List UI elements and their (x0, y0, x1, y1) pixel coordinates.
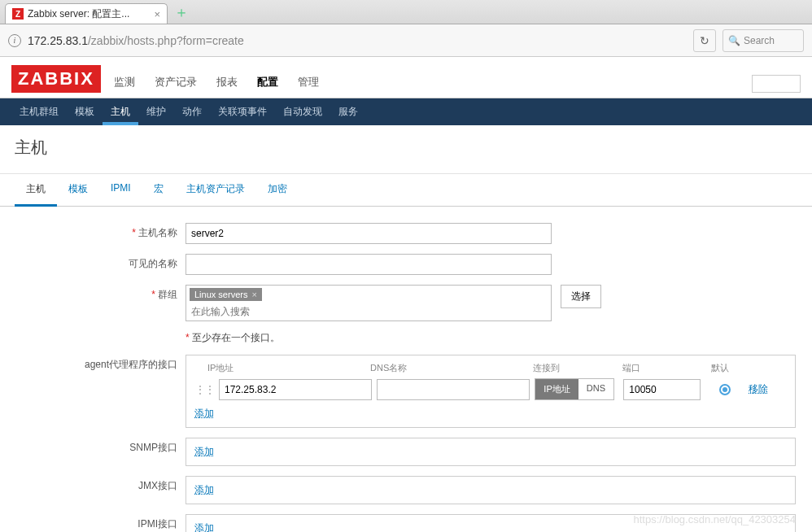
visiblename-label: 可见的名称 (15, 254, 186, 275)
sub-nav: 主机群组 模板 主机 维护 动作 关联项事件 自动发现 服务 (0, 98, 812, 125)
address-bar: i 172.25.83.1/zabbix/hosts.php?form=crea… (0, 24, 812, 57)
header-dns: DNS名称 (370, 362, 533, 374)
sub-nav-maintenance[interactable]: 维护 (138, 98, 174, 125)
groups-search-input[interactable] (190, 303, 352, 321)
header-port: 端口 (622, 362, 700, 374)
tab-encryption[interactable]: 加密 (256, 174, 299, 206)
agent-iface-label: agent代理程序的接口 (15, 355, 186, 428)
snmp-interface-box: 添加 (186, 438, 796, 466)
browser-search[interactable]: 🔍 Search (723, 29, 804, 52)
ipmi-interface-box: 添加 (186, 514, 796, 532)
browser-tab-bar: Z Zabbix server: 配置主... × ＋ (0, 0, 812, 24)
page-title: 主机 (0, 125, 812, 174)
zabbix-header: ZABBIX 监测 资产记录 报表 配置 管理 (0, 57, 812, 98)
hostname-label: *主机名称 (15, 223, 186, 244)
visiblename-input[interactable] (186, 254, 552, 275)
sub-nav-services[interactable]: 服务 (330, 98, 366, 125)
tab-nav: 主机 模板 IPMI 宏 主机资产记录 加密 (0, 174, 812, 207)
tab-title: Zabbix server: 配置主... (28, 7, 129, 21)
header-ip: IP地址 (207, 362, 370, 374)
connect-to-toggle[interactable]: IP地址 DNS (535, 378, 614, 400)
hostname-input[interactable] (186, 223, 552, 244)
top-nav-administration[interactable]: 管理 (296, 70, 321, 98)
add-ipmi-interface-link[interactable]: 添加 (194, 522, 214, 532)
browser-tab[interactable]: Z Zabbix server: 配置主... × (5, 3, 168, 24)
site-info-icon[interactable]: i (8, 34, 21, 47)
url-path: /zabbix/hosts.php?form=create (88, 34, 244, 47)
jmx-iface-label: JMX接口 (15, 476, 186, 504)
zabbix-logo[interactable]: ZABBIX (11, 65, 101, 93)
search-icon: 🔍 (728, 35, 740, 46)
url-display[interactable]: 172.25.83.1/zabbix/hosts.php?form=create (28, 34, 687, 47)
connect-ip-button[interactable]: IP地址 (535, 379, 578, 399)
header-connect: 连接到 (533, 362, 622, 374)
form-area: *主机名称 可见的名称 *群组 Linux servers × 选择 *至少存在… (0, 207, 812, 532)
ipmi-iface-label: IPMI接口 (15, 514, 186, 532)
tab-host[interactable]: 主机 (15, 174, 57, 207)
agent-ip-input[interactable] (219, 379, 372, 400)
sub-nav-discovery[interactable]: 自动发现 (275, 98, 330, 125)
select-group-button[interactable]: 选择 (561, 285, 601, 308)
new-tab-button[interactable]: ＋ (168, 2, 195, 24)
jmx-interface-box: 添加 (186, 476, 796, 504)
add-agent-interface-link[interactable]: 添加 (194, 408, 214, 419)
url-host: 172.25.83.1 (28, 34, 88, 47)
interface-note: *至少存在一个接口。 (186, 331, 797, 345)
remove-tag-icon[interactable]: × (251, 290, 256, 299)
groups-label: *群组 (15, 285, 186, 321)
group-tag: Linux servers × (190, 288, 262, 301)
sub-nav-hosts[interactable]: 主机 (103, 98, 138, 125)
top-nav: 监测 资产记录 报表 配置 管理 (112, 70, 321, 98)
header-default: 默认 (700, 362, 740, 374)
top-nav-monitoring[interactable]: 监测 (112, 70, 137, 98)
add-snmp-interface-link[interactable]: 添加 (194, 446, 214, 457)
tab-macros[interactable]: 宏 (142, 174, 175, 206)
sub-nav-hostgroups[interactable]: 主机群组 (11, 98, 67, 125)
top-nav-configuration[interactable]: 配置 (255, 70, 280, 98)
header-search (752, 75, 801, 93)
drag-handle-icon[interactable]: ⋮⋮ (194, 383, 214, 396)
agent-port-input[interactable] (623, 379, 701, 400)
sub-nav-correlation[interactable]: 关联项事件 (210, 98, 275, 125)
connect-dns-button[interactable]: DNS (578, 379, 613, 399)
favicon: Z (12, 8, 24, 20)
snmp-iface-label: SNMP接口 (15, 438, 186, 466)
default-radio[interactable] (719, 384, 731, 395)
search-placeholder: Search (744, 35, 775, 46)
group-tag-label: Linux servers (194, 290, 247, 299)
groups-multiselect[interactable]: Linux servers × (186, 285, 552, 321)
top-nav-inventory[interactable]: 资产记录 (153, 70, 199, 98)
agent-interface-table: IP地址 DNS名称 连接到 端口 默认 ⋮⋮ IP地址 DNS (186, 355, 796, 428)
sub-nav-templates[interactable]: 模板 (67, 98, 103, 125)
tab-ipmi[interactable]: IPMI (99, 174, 142, 206)
agent-interface-row: ⋮⋮ IP地址 DNS 移除 (194, 378, 787, 400)
agent-dns-input[interactable] (377, 379, 530, 400)
remove-interface-link[interactable]: 移除 (749, 382, 787, 396)
sub-nav-actions[interactable]: 动作 (174, 98, 210, 125)
reload-button[interactable]: ↻ (693, 29, 716, 52)
add-jmx-interface-link[interactable]: 添加 (194, 484, 214, 495)
tab-inventory[interactable]: 主机资产记录 (175, 174, 256, 206)
tab-templates[interactable]: 模板 (57, 174, 99, 206)
header-search-input[interactable] (752, 75, 801, 93)
close-icon[interactable]: × (154, 8, 160, 20)
top-nav-reports[interactable]: 报表 (215, 70, 239, 98)
